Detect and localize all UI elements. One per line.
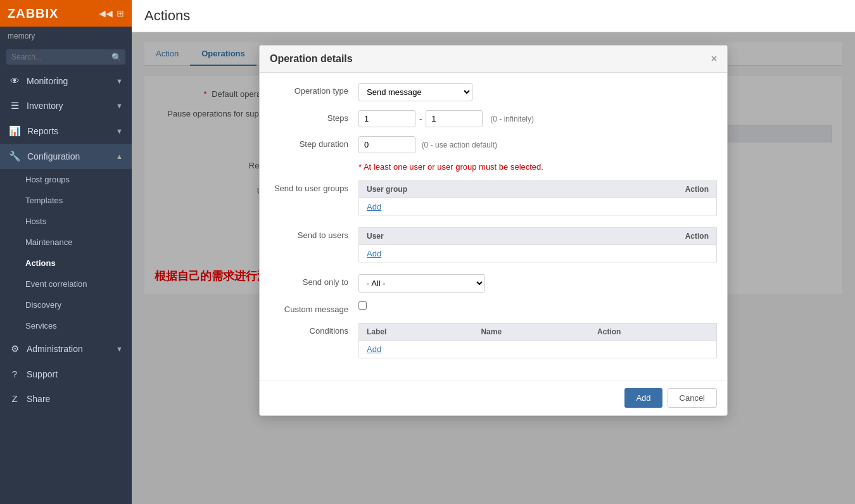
- steps-to-input[interactable]: [426, 110, 483, 127]
- error-row: * At least one user or user group must b…: [270, 162, 717, 172]
- operation-type-row: Operation type Send message Remote comma…: [270, 83, 717, 101]
- send-only-select[interactable]: - All - SMS Email Jabber: [358, 274, 485, 293]
- modal-add-button[interactable]: Add: [624, 388, 662, 408]
- header-icons: ◀◀ ⊞: [99, 8, 124, 18]
- monitoring-icon: 👁: [9, 75, 20, 86]
- user-groups-row: Send to user groups User group Action: [270, 180, 717, 218]
- sidebar-item-reports[interactable]: 📊 Reports ▼: [0, 118, 132, 144]
- sidebar-item-host-groups[interactable]: Host groups: [0, 169, 132, 190]
- sidebar-item-label: Share: [27, 394, 123, 404]
- users-field: User Action Add: [358, 227, 717, 265]
- operation-type-label: Operation type: [270, 83, 358, 96]
- conditions-label-col: Label: [359, 324, 474, 341]
- users-label: Send to users: [270, 227, 358, 240]
- sidebar-item-support[interactable]: ? Support: [0, 362, 132, 386]
- sidebar-item-hosts[interactable]: Hosts: [0, 211, 132, 232]
- page-header: Actions: [132, 0, 855, 32]
- sidebar-item-templates[interactable]: Templates: [0, 190, 132, 211]
- sidebar-user: memory: [0, 27, 132, 46]
- share-icon: Z: [9, 393, 20, 404]
- modal-footer: Add Cancel: [260, 380, 727, 415]
- sidebar-item-services[interactable]: Services: [0, 315, 132, 336]
- sidebar-item-label: Reports: [27, 126, 110, 136]
- step-duration-hint: (0 - use action default): [422, 141, 497, 149]
- sidebar-item-configuration[interactable]: 🔧 Configuration ▲: [0, 144, 132, 169]
- custom-message-checkbox[interactable]: [358, 301, 367, 310]
- step-duration-input-modal[interactable]: [358, 136, 415, 153]
- sub-nav-label: Discovery: [25, 300, 61, 310]
- modal-close-button[interactable]: ×: [711, 54, 717, 64]
- chevron-up-icon: ▲: [116, 153, 123, 160]
- search-input[interactable]: [6, 49, 125, 65]
- sub-nav-label: Event correlation: [25, 279, 87, 289]
- operation-type-select[interactable]: Send message Remote command: [358, 83, 472, 101]
- sub-nav-label: Host groups: [25, 175, 70, 184]
- sidebar-item-administration[interactable]: ⚙ Administration ▼: [0, 336, 132, 362]
- sidebar-item-label: Administration: [27, 344, 110, 354]
- administration-icon: ⚙: [9, 343, 20, 355]
- conditions-add-row: Add: [359, 341, 717, 358]
- sidebar-item-inventory[interactable]: ☰ Inventory ▼: [0, 93, 132, 118]
- sidebar-item-label: Monitoring: [27, 76, 110, 86]
- users-add-row: Add: [359, 245, 717, 263]
- sidebar-search-container: 🔍: [0, 46, 132, 68]
- sidebar-item-label: Inventory: [27, 101, 110, 111]
- users-row: Send to users User Action: [270, 227, 717, 265]
- users-add-link[interactable]: Add: [367, 249, 381, 258]
- user-groups-table: User group Action Add: [358, 180, 717, 216]
- collapse-icon[interactable]: ◀◀: [99, 8, 113, 18]
- user-col: User: [359, 228, 521, 245]
- sub-nav-label: Templates: [25, 196, 63, 205]
- custom-message-field: [358, 301, 717, 310]
- modal-cancel-button[interactable]: Cancel: [668, 388, 717, 408]
- user-groups-field: User group Action Add: [358, 180, 717, 218]
- steps-hint: (0 - infinitely): [490, 115, 534, 123]
- expand-icon[interactable]: ⊞: [117, 8, 124, 18]
- search-icon: 🔍: [111, 53, 122, 62]
- sidebar-item-monitoring[interactable]: 👁 Monitoring ▼: [0, 68, 132, 93]
- sidebar-item-event-correlation[interactable]: Event correlation: [0, 274, 132, 294]
- sidebar-item-discovery[interactable]: Discovery: [0, 294, 132, 315]
- sub-nav-label: Services: [25, 321, 57, 331]
- reports-icon: 📊: [9, 125, 21, 137]
- operation-details-modal: Operation details × Operation type Send …: [259, 45, 728, 416]
- page-title: Actions: [144, 8, 190, 23]
- sub-nav-label: Maintenance: [25, 237, 72, 247]
- user-groups-add-link[interactable]: Add: [367, 202, 381, 211]
- conditions-add-link[interactable]: Add: [367, 344, 381, 354]
- operation-type-field: Send message Remote command: [358, 83, 717, 101]
- sidebar: ZABBIX ◀◀ ⊞ memory 🔍 👁 Monitoring ▼ ☰ In…: [0, 0, 132, 504]
- steps-from-input[interactable]: [358, 110, 415, 127]
- conditions-label: Conditions: [270, 323, 358, 336]
- support-icon: ?: [9, 369, 20, 379]
- logo: ZABBIX: [8, 6, 58, 21]
- sub-nav-label: Actions: [25, 258, 56, 268]
- modal-overlay: Operation details × Operation type Send …: [132, 32, 855, 504]
- custom-message-label: Custom message: [270, 301, 358, 314]
- user-groups-label: Send to user groups: [270, 180, 358, 193]
- send-only-field: - All - SMS Email Jabber: [358, 274, 717, 293]
- steps-row: Steps - (0 - infinitely): [270, 110, 717, 127]
- sidebar-item-maintenance[interactable]: Maintenance: [0, 232, 132, 253]
- configuration-icon: 🔧: [9, 151, 21, 162]
- send-only-row: Send only to - All - SMS Email Jabber: [270, 274, 717, 293]
- conditions-field: Label Name Action Add: [358, 323, 717, 361]
- steps-separator: -: [419, 114, 422, 123]
- conditions-table: Label Name Action Add: [358, 323, 717, 358]
- custom-message-row: Custom message: [270, 301, 717, 314]
- chevron-down-icon: ▼: [116, 345, 123, 353]
- sidebar-item-label: Support: [27, 369, 123, 379]
- sidebar-item-share[interactable]: Z Share: [0, 386, 132, 411]
- user-group-col: User group: [359, 181, 570, 198]
- conditions-action-col: Action: [590, 324, 716, 341]
- send-only-label: Send only to: [270, 274, 358, 287]
- sidebar-header: ZABBIX ◀◀ ⊞: [0, 0, 132, 27]
- error-field: * At least one user or user group must b…: [358, 162, 717, 172]
- step-duration-row-modal: Step duration (0 - use action default): [270, 136, 717, 153]
- chevron-down-icon: ▼: [116, 127, 123, 135]
- steps-label: Steps: [270, 110, 358, 123]
- user-action-col: Action: [521, 228, 716, 245]
- sidebar-item-actions[interactable]: Actions: [0, 253, 132, 274]
- user-groups-add-row: Add: [359, 198, 717, 216]
- conditions-name-col: Name: [473, 324, 590, 341]
